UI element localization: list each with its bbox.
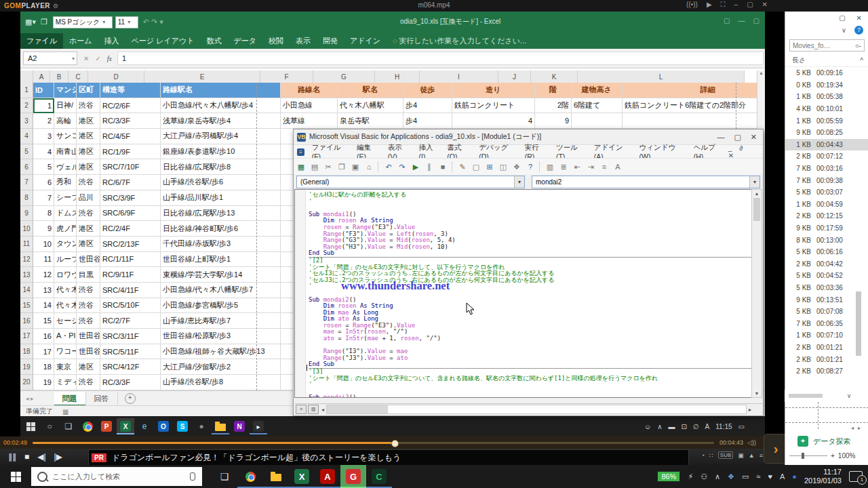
ribbon-collapse-icon[interactable]: ∨ (842, 26, 846, 34)
cell[interactable]: 4 (452, 113, 535, 129)
toolbar-icon[interactable]: ✂ (322, 161, 334, 173)
power-icon[interactable]: ⚡ (688, 472, 693, 481)
row-number[interactable]: 9 (20, 206, 33, 222)
file-row[interactable]: 1 KB00:05:59 (785, 115, 868, 127)
cell[interactable]: 千代田線/赤坂駅/歩3 (161, 237, 281, 252)
column-header-K[interactable]: K (531, 70, 578, 83)
cell[interactable]: 品川 (77, 190, 100, 206)
row-number[interactable]: 6 (20, 159, 33, 175)
cell[interactable]: 秀和 (54, 175, 77, 190)
insert-function-icon[interactable]: fx (107, 55, 112, 62)
excel-app-icon[interactable]: ▦▾ (25, 18, 36, 26)
cell[interactable]: RC/2/7F (100, 313, 161, 329)
header-cell[interactable]: マンション (54, 83, 77, 98)
cell[interactable]: 小田急線/祖師ヶ谷大蔵駅/歩13 (161, 344, 281, 360)
gear-icon[interactable]: ⚙ (53, 3, 58, 9)
column-header-G[interactable]: G (313, 70, 375, 83)
cell[interactable]: 16 (33, 329, 54, 344)
taskbar-clock[interactable]: 11:172019/01/03 (804, 468, 842, 485)
cell[interactable]: 世田谷線/松原駅/歩3 (161, 329, 281, 344)
toolbar-icon[interactable]: ▣ (349, 161, 361, 173)
file-row[interactable]: 2 KB00:08:27 (785, 365, 868, 378)
minimize-icon[interactable]: — (717, 133, 724, 142)
cell[interactable]: SRC/4/11F (100, 283, 161, 298)
maximize-icon[interactable]: ▢ (734, 133, 741, 142)
toolbar-icon[interactable]: ▢ (470, 161, 482, 173)
toolbar-icon[interactable]: ≣ (557, 161, 570, 173)
file-row[interactable]: 0 KB00:19:34 (785, 79, 868, 92)
file-row[interactable]: 8 KB00:13:00 (785, 234, 868, 246)
column-header-A[interactable]: A (33, 70, 50, 83)
video-system-tray[interactable]: ☺∧▬⊡∅A 11:15 ▭ (644, 423, 745, 430)
defender-icon[interactable]: ♥ (768, 472, 772, 481)
cancel-entry-icon[interactable]: ✕ (83, 55, 89, 62)
taskbar-app-start[interactable] (22, 418, 39, 434)
code-line[interactable]: 'シート「問題」のセルE3の文字列について、含まれる路線名、駅名の文字数に関わら… (309, 375, 753, 382)
file-row[interactable]: 7 KB00:03:16 (785, 163, 868, 175)
file-row[interactable]: 2 KB00:04:42 (785, 258, 868, 270)
code-line[interactable]: Range("H3").Value = Mid(rosen, 10) (309, 244, 753, 251)
toolbar-icon[interactable]: ↷ (396, 161, 408, 173)
pause-button[interactable]: ∥∥ (8, 452, 16, 462)
toolbar-icon[interactable]: ❐ (336, 161, 348, 173)
cell[interactable]: サンコ (54, 129, 77, 144)
code-line[interactable]: Sub mondai3() (309, 394, 753, 398)
toolbar-icon[interactable]: ❖ (511, 161, 523, 173)
battery-icon[interactable]: ▬ (668, 423, 675, 430)
header-cell[interactable]: 建物高さ (572, 83, 623, 98)
explorer-bottom-scroll[interactable]: ∨ › (785, 390, 868, 402)
cell[interactable]: 山手線/渋谷駅/歩8 (161, 375, 281, 390)
file-row[interactable]: 5 KB00:06:16 (785, 246, 868, 258)
fullscreen-icon[interactable]: ⛶ (721, 1, 726, 9)
ribbon-tab-表示[interactable]: 表示 (290, 33, 317, 49)
toolbar-icon[interactable]: ↶ (382, 161, 395, 173)
taskbar-app-acrobat[interactable]: A (315, 465, 340, 488)
header-cell[interactable]: 造り (452, 83, 535, 98)
toolbar-icon[interactable]: ≡ (598, 161, 610, 173)
cell[interactable]: SRC/3/11F (100, 329, 161, 344)
cell[interactable]: 日神/ (54, 98, 77, 114)
cell[interactable] (572, 113, 623, 129)
cell[interactable]: SRC/2/13F (100, 237, 161, 252)
cell[interactable]: 目黒 (77, 267, 100, 283)
cell[interactable]: 日比谷線/広尾駅/歩8 (161, 159, 281, 175)
cell[interactable]: 歩4 (403, 113, 452, 129)
cell[interactable]: 代々木八幡駅 (338, 98, 403, 114)
cell[interactable]: 17 (33, 344, 54, 360)
sheet-nav-icons[interactable]: ◂ ▸ (26, 395, 34, 402)
bluetooth-icon[interactable]: ❖ (728, 472, 734, 481)
cell[interactable]: 東京 (54, 359, 77, 375)
code-line[interactable]: 'セルH3に駅からの距離を記入する (309, 192, 753, 199)
system-tray[interactable]: 86% ⚡⚇∧❖▭≈♥A● 11:172019/01/03 1 (657, 468, 863, 485)
vbe-child-window-buttons[interactable]: _ ∂ ✕ (728, 144, 757, 159)
cell[interactable]: SRC/7/10F (100, 159, 161, 175)
object-combo[interactable]: (General)▾ (296, 176, 525, 188)
file-row[interactable]: 5 KB00:04:52 (785, 270, 868, 282)
taskbar-app-task-view[interactable]: ❏ (212, 465, 237, 488)
cell[interactable]: 世田谷線/上町駅/歩1 (161, 252, 281, 268)
column-header-E[interactable]: E (144, 70, 260, 83)
row-number[interactable]: 8 (20, 190, 33, 206)
cell[interactable]: A・Pl (54, 329, 77, 344)
row-number[interactable]: 4 (20, 129, 33, 144)
toolbar-icon[interactable]: ◫ (497, 161, 509, 173)
code-vertical-scrollbar[interactable]: ▲ ▼ (751, 189, 762, 398)
header-cell[interactable]: 駅名 (338, 83, 403, 98)
cell[interactable]: SRC/5/10F (100, 298, 161, 314)
cell[interactable]: 世田谷 (77, 252, 100, 268)
cell[interactable]: ドムス (54, 206, 77, 222)
header-cell[interactable]: 構造等 (100, 83, 161, 98)
prev-button[interactable]: ◀| (37, 452, 45, 462)
cell[interactable]: 山手線/恵比寿駅/歩7 (161, 313, 281, 329)
cell[interactable]: 1 (33, 98, 54, 114)
play-icon[interactable]: ▶ (707, 1, 712, 9)
taskbar-app-powerpoint[interactable]: P (98, 418, 115, 434)
cell[interactable]: SRC/3/9F (100, 190, 161, 206)
cell[interactable]: 歩4 (403, 98, 452, 114)
taskbar-app-gom-player[interactable]: G (340, 465, 366, 488)
notification-icon[interactable]: 1 (849, 471, 863, 482)
cell[interactable]: 虎ノ門 (54, 221, 77, 237)
row-number[interactable]: 16 (20, 313, 33, 329)
ribbon-tab-開発[interactable]: 開発 (317, 33, 344, 49)
cell[interactable]: ヴェル (54, 159, 77, 175)
